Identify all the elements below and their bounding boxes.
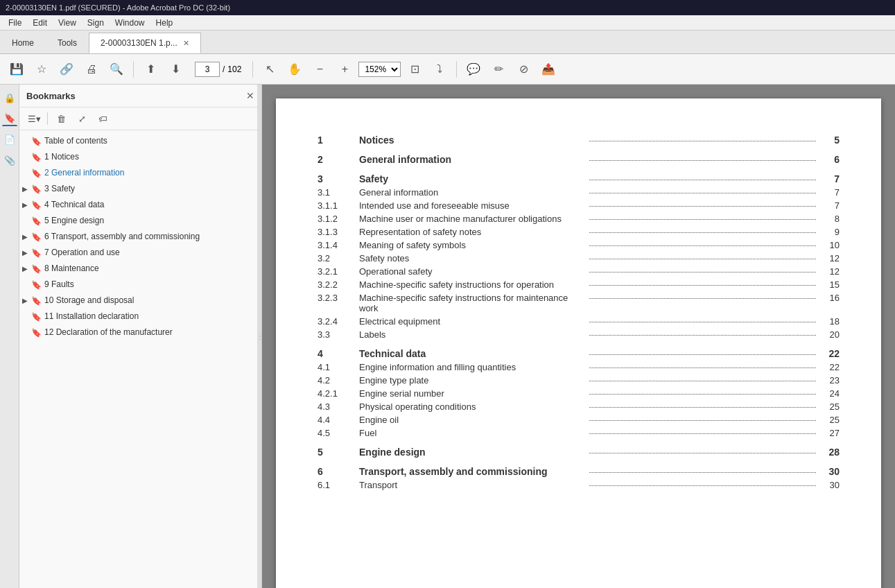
bookmark-2-general[interactable]: 🔖 2 General information — [19, 165, 261, 181]
bookmark-4-technical[interactable]: ▶ 🔖 4 Technical data — [19, 197, 261, 213]
sidebar-delete-button[interactable]: 🗑 — [52, 110, 70, 127]
menu-sign[interactable]: Sign — [82, 18, 110, 28]
toc-title: Engine type plate — [359, 375, 586, 386]
share-button[interactable]: 📤 — [537, 58, 559, 80]
tab-close-icon[interactable]: ✕ — [183, 39, 189, 48]
expand-icon: ▶ — [19, 184, 31, 195]
bookmark-icon: 🔖 — [31, 327, 42, 338]
find-button[interactable]: 🔍 — [105, 58, 128, 80]
toc-row: 2General information6 — [318, 154, 840, 165]
nav-icon-pages[interactable]: 📄 — [2, 132, 17, 147]
bookmark-8-maintenance[interactable]: ▶ 🔖 8 Maintenance — [19, 261, 261, 277]
bookmark-5-engine[interactable]: 🔖 5 Engine design — [19, 213, 261, 229]
toc-page: 8 — [819, 214, 840, 224]
toc-row: 4.4Engine oil25 — [318, 415, 840, 425]
toc-dots — [589, 160, 817, 161]
toc-page: 6 — [819, 154, 840, 165]
toc-row: 3.2.1Operational safety12 — [318, 266, 840, 277]
toc-row: 5Engine design28 — [318, 447, 840, 458]
toc-page: 16 — [819, 293, 840, 303]
pan-tool[interactable]: ✋ — [284, 58, 306, 80]
toc-dots — [589, 141, 817, 141]
bookmark-label: 10 Storage and disposal — [44, 295, 256, 306]
fit-page-button[interactable]: ⊡ — [403, 58, 426, 80]
toc-title: Technical data — [359, 348, 586, 359]
resize-dots: ⋮ — [257, 333, 263, 340]
bookmark-9-faults[interactable]: 🔖 9 Faults — [19, 277, 261, 293]
expand-icon: ▶ — [19, 263, 31, 275]
page-number-input[interactable] — [195, 62, 220, 77]
rotate-button[interactable]: ⤵ — [428, 58, 451, 80]
zoom-in-button[interactable]: + — [333, 58, 356, 80]
toc-dots — [589, 485, 817, 486]
select-tool[interactable]: ↖ — [259, 58, 281, 80]
pdf-area[interactable]: 1Notices52General information63Safety73.… — [262, 85, 895, 588]
bookmark-label: 7 Operation and use — [44, 247, 256, 259]
bookmark-button[interactable]: ☆ — [31, 58, 53, 80]
menu-help[interactable]: Help — [150, 18, 179, 28]
sidebar-title: Bookmarks — [26, 91, 76, 101]
toc-row: 3.1.2Machine user or machine manufacture… — [318, 214, 840, 224]
bookmark-12-declaration[interactable]: 🔖 12 Declaration of the manufacturer — [19, 325, 261, 340]
toc-row: 3.2.2Machine-specific safety instruction… — [318, 279, 840, 290]
title-bar: 2-00003130EN 1.pdf (SECURED) - Adobe Acr… — [0, 0, 895, 15]
nav-icon-bookmark[interactable]: 🔖 — [2, 111, 17, 126]
bookmark-1-notices[interactable]: 🔖 1 Notices — [19, 149, 261, 165]
sidebar-menu-button[interactable]: ☰▾ — [25, 110, 43, 127]
tab-document[interactable]: 2-00003130EN 1.p... ✕ — [89, 33, 201, 53]
expand-icon — [19, 279, 31, 291]
sidebar-expand-button[interactable]: ⤢ — [73, 110, 91, 127]
bookmark-11-install[interactable]: 🔖 11 Installation declaration — [19, 309, 261, 325]
toc-title: Electrical equipment — [359, 316, 586, 327]
menu-file[interactable]: File — [3, 18, 27, 28]
comment-button[interactable]: 💬 — [462, 58, 485, 80]
bookmark-10-storage[interactable]: ▶ 🔖 10 Storage and disposal — [19, 293, 261, 309]
nav-icon-attach[interactable]: 📎 — [2, 153, 17, 168]
menu-view[interactable]: View — [53, 18, 82, 28]
bookmark-3-safety[interactable]: ▶ 🔖 3 Safety — [19, 181, 261, 197]
print-button[interactable]: 🖨 — [80, 58, 103, 80]
toc-page: 28 — [819, 447, 840, 458]
nav-icon-lock[interactable]: 🔒 — [2, 90, 17, 105]
menu-edit[interactable]: Edit — [27, 18, 53, 28]
toc-dots — [589, 394, 817, 395]
toc-page: 22 — [819, 348, 840, 359]
zoom-out-button[interactable]: − — [309, 58, 331, 80]
expand-icon — [19, 311, 31, 322]
toc-dots — [589, 433, 817, 434]
sidebar-tag-button[interactable]: 🏷 — [94, 110, 112, 127]
left-icon-panel: 🔒 🔖 📄 📎 — [0, 85, 19, 588]
save-button[interactable]: 💾 — [6, 58, 28, 80]
scroll-down-button[interactable]: ⬇ — [164, 58, 186, 80]
toc-row: 3Safety7 — [318, 173, 840, 184]
toc-dots — [589, 407, 817, 408]
sidebar-close-button[interactable]: ✕ — [246, 90, 254, 101]
tab-document-label: 2-00003130EN 1.p... — [101, 38, 177, 48]
sidebar-resize-handle[interactable]: ⋮ — [257, 85, 261, 588]
toc-page: 7 — [819, 173, 840, 184]
toc-num: 3.1.4 — [318, 240, 359, 250]
scroll-up-button[interactable]: ⬆ — [139, 58, 162, 80]
bookmark-7-operation[interactable]: ▶ 🔖 7 Operation and use — [19, 245, 261, 261]
toc-num: 4.2 — [318, 375, 359, 386]
toc-num: 3.2.2 — [318, 279, 359, 290]
toc-row: 3.1General information7 — [318, 187, 840, 198]
zoom-select[interactable]: 152% 100% 125% 150% 200% — [358, 62, 401, 77]
bookmark-toc[interactable]: 🔖 Table of contents — [19, 133, 261, 149]
redact-button[interactable]: ⊘ — [512, 58, 535, 80]
tab-home[interactable]: Home — [0, 33, 46, 53]
menu-window[interactable]: Window — [110, 18, 150, 28]
attach-button[interactable]: 🔗 — [55, 58, 78, 80]
toc-dots — [589, 232, 817, 233]
bookmark-6-transport[interactable]: ▶ 🔖 6 Transport, assembly and commission… — [19, 229, 261, 245]
expand-icon: ▶ — [19, 200, 31, 211]
highlight-button[interactable]: ✏ — [487, 58, 510, 80]
bookmark-icon: 🔖 — [31, 295, 42, 306]
toc-dots — [589, 322, 817, 322]
toc-dots — [589, 206, 817, 207]
tab-tools[interactable]: Tools — [46, 33, 89, 53]
bookmark-label: 1 Notices — [44, 151, 256, 163]
toc-page: 24 — [819, 388, 840, 399]
toc-page: 9 — [819, 227, 840, 237]
toc-row: 6Transport, assembly and commissioning30 — [318, 466, 840, 477]
